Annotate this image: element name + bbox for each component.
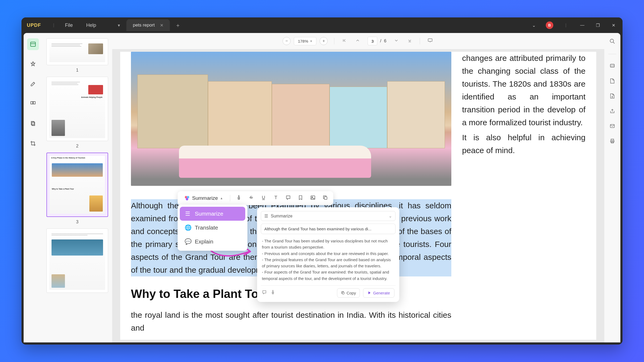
image-icon[interactable] [309, 194, 317, 202]
separator: | [565, 23, 566, 28]
thumb-title: A Key Phase in the History of Tourism [50, 156, 105, 160]
document-toolbar: − 178%▼ + / 6 [112, 33, 604, 49]
thumb-label-3: 3 [46, 220, 108, 224]
generate-button[interactable]: Generate [363, 288, 394, 298]
presentation-icon[interactable] [426, 37, 434, 45]
svg-rect-32 [272, 293, 274, 294]
tab-close-icon[interactable]: ✕ [160, 23, 163, 28]
reader-tool-icon[interactable] [27, 38, 39, 50]
share-icon[interactable] [610, 108, 615, 115]
highlight-icon[interactable] [235, 194, 243, 202]
last-page-icon[interactable] [406, 37, 413, 45]
svg-rect-31 [324, 197, 327, 200]
pages-tool-icon[interactable] [27, 118, 39, 130]
chevron-down-icon[interactable]: ⌄ [530, 23, 538, 28]
page-thumbnail-3[interactable]: A Key Phase in the History of Tourism Wh… [46, 153, 108, 217]
ai-option-explain[interactable]: 💬 Explain [180, 235, 245, 249]
separator: | [53, 23, 54, 28]
bookmark-icon[interactable] [297, 194, 304, 202]
body-paragraph: the royal land is the most sought after … [131, 309, 451, 334]
ai-option-summarize[interactable]: ☰ Summarize [180, 207, 245, 221]
document-image [131, 52, 451, 186]
next-page-icon[interactable] [393, 37, 400, 45]
edit-tool-icon[interactable] [27, 78, 39, 90]
email-icon[interactable] [610, 123, 615, 130]
menu-file[interactable]: File [65, 23, 73, 28]
ai-panel-footer: Copy Generate [261, 285, 396, 298]
svg-text:OCR: OCR [610, 65, 614, 67]
page-thumbnail-1[interactable] [46, 38, 108, 65]
chevron-down-icon: ⌄ [389, 213, 392, 219]
svg-rect-0 [31, 42, 35, 46]
copy-button[interactable]: Copy [337, 288, 360, 298]
tab-area: ▾ pets report ✕ ＋ [114, 19, 183, 31]
highlight-icon[interactable] [270, 290, 275, 296]
minimize-button[interactable]: — [579, 23, 586, 28]
tab-list-dropdown[interactable]: ▾ [114, 20, 124, 31]
chat-icon: 💬 [185, 238, 191, 245]
strikethrough-icon[interactable]: S [247, 194, 255, 202]
document-tab[interactable]: pets report ✕ [126, 19, 170, 31]
ai-input-preview[interactable]: Although the Grand Tour has been examine… [261, 224, 396, 234]
ai-result-panel: ☰ Summarize ⌄ Although the Grand Tour ha… [257, 207, 399, 302]
menu-help[interactable]: Help [86, 23, 96, 28]
thumb-label-1: 1 [46, 68, 108, 73]
user-avatar[interactable]: B [546, 21, 553, 29]
left-toolbar [24, 33, 42, 342]
print-icon[interactable] [610, 138, 615, 145]
zoom-in-button[interactable]: + [320, 37, 328, 45]
titlebar: UPDF | File Help ▾ pets report ✕ ＋ ⌄ B |… [21, 17, 623, 33]
crop-tool-icon[interactable] [27, 138, 39, 149]
page-separator: / [380, 39, 381, 43]
svg-rect-8 [428, 39, 432, 41]
ai-logo-icon [184, 195, 190, 201]
svg-line-11 [613, 42, 615, 44]
svg-text:S: S [250, 195, 253, 200]
thumb-subheading: Animals Helping People [81, 96, 103, 98]
svg-rect-29 [311, 196, 315, 199]
new-tab-button[interactable]: ＋ [173, 20, 183, 31]
zoom-level-dropdown[interactable]: 178%▼ [294, 37, 316, 45]
note-icon[interactable] [284, 194, 292, 202]
page-thumbnail-2[interactable]: Animals Helping People [46, 77, 108, 141]
text-icon[interactable] [272, 194, 280, 202]
annotate-tool-icon[interactable] [27, 58, 39, 70]
ai-summarize-dropdown[interactable]: Summarize ▲ [182, 194, 225, 202]
underline-icon[interactable] [260, 194, 267, 202]
first-page-icon[interactable] [341, 37, 348, 45]
svg-point-22 [186, 198, 188, 200]
ai-option-translate[interactable]: 🌐 Translate [180, 221, 245, 235]
separator [608, 54, 616, 54]
titlebar-right: ⌄ B | — ❐ ✕ [530, 21, 617, 29]
svg-point-14 [612, 97, 613, 97]
protect-icon[interactable] [610, 93, 615, 100]
maximize-button[interactable]: ❐ [594, 23, 602, 28]
thumb-subheading: Why to Take a Plant Tour [52, 188, 74, 190]
separator [230, 195, 230, 201]
zoom-out-button[interactable]: − [283, 37, 291, 45]
chat-icon[interactable] [262, 290, 267, 296]
ai-panel-mode-select[interactable]: ☰ Summarize ⌄ [261, 211, 396, 221]
list-icon: ☰ [264, 213, 268, 219]
ocr-icon[interactable]: OCR [609, 63, 615, 70]
close-button[interactable]: ✕ [610, 23, 617, 28]
right-column-paragraph-1: changes are attributed primarily to the … [462, 52, 586, 129]
app-logo: UPDF [27, 23, 41, 28]
svg-rect-23 [238, 198, 239, 200]
ai-context-toolbar: Summarize ▲ S [178, 191, 333, 205]
total-pages: 6 [384, 39, 386, 43]
prev-page-icon[interactable] [354, 37, 361, 45]
svg-rect-2 [31, 102, 33, 104]
list-icon: ☰ [185, 210, 191, 217]
organize-tool-icon[interactable] [27, 98, 39, 110]
search-icon[interactable] [609, 38, 615, 45]
right-column-paragraph-2: It is also helpful in achieving peace of… [462, 131, 586, 157]
separator [334, 38, 334, 44]
copy-icon[interactable] [321, 194, 329, 202]
page-thumbnail-4[interactable] [46, 228, 108, 293]
current-page-input[interactable] [368, 37, 377, 45]
app-window: UPDF | File Help ▾ pets report ✕ ＋ ⌄ B |… [21, 17, 623, 345]
save-icon[interactable] [610, 78, 615, 85]
ai-main-label: Summarize [192, 195, 218, 201]
tab-title: pets report [133, 23, 155, 28]
